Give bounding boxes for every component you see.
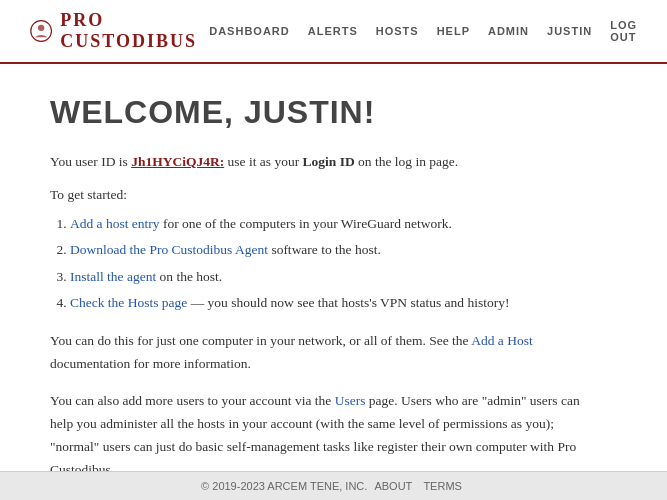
para1-post: documentation for more information. bbox=[50, 356, 251, 371]
login-id-value: Jh1HYCiQJ4R: bbox=[131, 154, 224, 169]
logo-icon bbox=[30, 17, 52, 45]
nav-justin[interactable]: JUSTIN bbox=[547, 25, 592, 37]
nav-logout[interactable]: LOG OUT bbox=[610, 19, 637, 43]
user-id-line: You user ID is Jh1HYCiQJ4R: use it as yo… bbox=[50, 151, 600, 173]
user-id-suffix2: on the log in page. bbox=[355, 154, 458, 169]
user-id-prefix: You user ID is bbox=[50, 154, 131, 169]
main-content: WELCOME, JUSTIN! You user ID is Jh1HYCiQ… bbox=[0, 64, 650, 500]
nav-help[interactable]: HELP bbox=[437, 25, 470, 37]
logo-text: PRO CUSTODIBUS bbox=[60, 10, 209, 52]
get-started-label: To get started: bbox=[50, 187, 600, 203]
download-agent-link[interactable]: Download the Pro Custodibus Agent bbox=[70, 242, 268, 257]
steps-list: Add a host entry for one of the computer… bbox=[70, 213, 600, 314]
footer-copyright: © 2019-2023 ARCEM TENE, INC. bbox=[201, 480, 367, 492]
step-1: Add a host entry for one of the computer… bbox=[70, 213, 600, 235]
nav-hosts[interactable]: HOSTS bbox=[376, 25, 419, 37]
step-3-rest: on the host. bbox=[156, 269, 222, 284]
header: PRO CUSTODIBUS DASHBOARD ALERTS HOSTS HE… bbox=[0, 0, 667, 64]
login-id-label: Login ID bbox=[303, 154, 355, 169]
users-link[interactable]: Users bbox=[335, 393, 366, 408]
add-host-entry-link[interactable]: Add a host entry bbox=[70, 216, 160, 231]
footer: © 2019-2023 ARCEM TENE, INC. ABOUT TERMS bbox=[0, 471, 667, 500]
user-id-suffix: use it as your bbox=[224, 154, 302, 169]
step-3: Install the agent on the host. bbox=[70, 266, 600, 288]
step-2: Download the Pro Custodibus Agent softwa… bbox=[70, 239, 600, 261]
nav-admin[interactable]: ADMIN bbox=[488, 25, 529, 37]
step-2-rest: software to the host. bbox=[268, 242, 381, 257]
footer-terms-link[interactable]: TERMS bbox=[423, 480, 462, 492]
nav-alerts[interactable]: ALERTS bbox=[308, 25, 358, 37]
page-title: WELCOME, JUSTIN! bbox=[50, 94, 600, 131]
info-para-1: You can do this for just one computer in… bbox=[50, 330, 600, 376]
footer-about-link[interactable]: ABOUT bbox=[374, 480, 412, 492]
check-hosts-page-link[interactable]: Check the Hosts page bbox=[70, 295, 187, 310]
add-a-host-link[interactable]: Add a Host bbox=[471, 333, 533, 348]
para2-pre: You can also add more users to your acco… bbox=[50, 393, 335, 408]
install-agent-link[interactable]: Install the agent bbox=[70, 269, 156, 284]
nav: DASHBOARD ALERTS HOSTS HELP ADMIN JUSTIN… bbox=[209, 19, 637, 43]
logo-area: PRO CUSTODIBUS bbox=[30, 10, 209, 52]
step-4-rest: — you should now see that hosts's VPN st… bbox=[187, 295, 509, 310]
para1-pre: You can do this for just one computer in… bbox=[50, 333, 471, 348]
info-para-2: You can also add more users to your acco… bbox=[50, 390, 600, 482]
svg-point-1 bbox=[38, 25, 44, 31]
step-1-rest: for one of the computers in your WireGua… bbox=[160, 216, 452, 231]
nav-dashboard[interactable]: DASHBOARD bbox=[209, 25, 290, 37]
step-4: Check the Hosts page — you should now se… bbox=[70, 292, 600, 314]
